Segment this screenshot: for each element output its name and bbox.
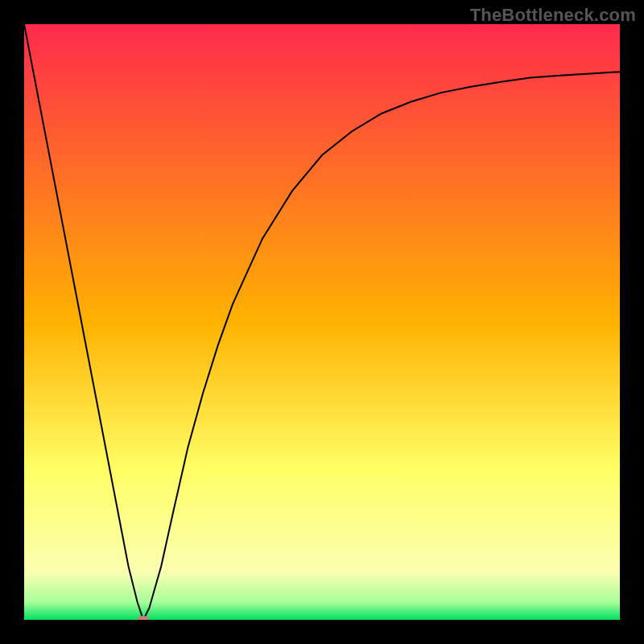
chart-frame: TheBottleneck.com [0, 0, 644, 644]
bottleneck-chart [24, 24, 620, 620]
watermark-text: TheBottleneck.com [470, 5, 636, 26]
chart-background [24, 24, 620, 620]
